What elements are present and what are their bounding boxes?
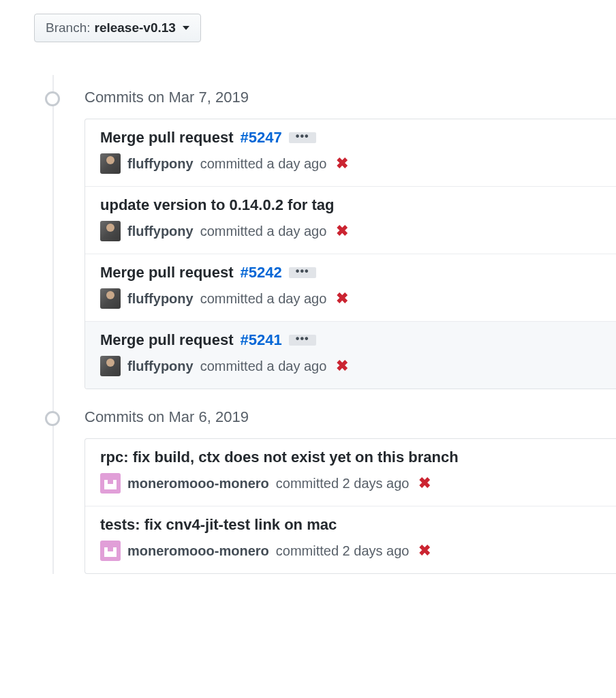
commit-group-header: Commits on Mar 7, 2019 [84,89,616,106]
commit-title[interactable]: Merge pull request #5247••• [100,129,601,147]
author-link[interactable]: fluffypony [127,156,194,172]
branch-name: release-v0.13 [94,20,175,35]
status-fail-icon[interactable]: ✖ [418,542,431,560]
commit-meta: moneromooo-monerocommitted 2 days ago✖ [100,541,601,561]
status-fail-icon[interactable]: ✖ [336,290,348,307]
commit-meta: fluffyponycommitted a day ago✖ [100,288,601,309]
commit-item[interactable]: tests: fix cnv4-jit-test link on macmone… [85,506,616,573]
commit-time: committed 2 days ago [276,476,410,491]
status-fail-icon[interactable]: ✖ [336,155,348,172]
author-link[interactable]: fluffypony [127,224,194,239]
commit-title-prefix: Merge pull request [100,264,234,282]
commit-time: committed a day ago [200,359,327,374]
status-fail-icon[interactable]: ✖ [336,222,348,240]
avatar[interactable] [100,153,121,174]
commit-item[interactable]: Merge pull request #5247•••fluffyponycom… [85,119,616,186]
commit-meta: fluffyponycommitted a day ago✖ [100,153,601,174]
commit-timeline: Commits on Mar 7, 2019Merge pull request… [34,89,616,574]
author-link[interactable]: moneromooo-monero [127,543,269,559]
commit-title[interactable]: tests: fix cnv4-jit-test link on mac [100,516,601,534]
commit-item[interactable]: Merge pull request #5241•••fluffyponycom… [85,321,616,389]
commit-group-header: Commits on Mar 6, 2019 [84,408,616,426]
commit-meta: fluffyponycommitted a day ago✖ [100,221,601,241]
avatar[interactable] [100,356,121,376]
status-fail-icon[interactable]: ✖ [336,357,348,375]
pr-link[interactable]: #5247 [241,129,282,147]
commit-item[interactable]: rpc: fix build, ctx does not exist yet o… [85,439,616,506]
avatar[interactable] [100,473,121,494]
author-link[interactable]: fluffypony [127,291,194,307]
pr-link[interactable]: #5241 [241,331,282,349]
commit-title-text: tests: fix cnv4-jit-test link on mac [100,516,337,534]
author-link[interactable]: moneromooo-monero [127,476,269,491]
commit-time: committed a day ago [200,291,327,307]
commit-meta: moneromooo-monerocommitted 2 days ago✖ [100,473,601,494]
expand-message-button[interactable]: ••• [289,267,316,278]
commit-time: committed a day ago [200,224,327,239]
branch-prefix: Branch: [46,20,90,35]
commit-meta: fluffyponycommitted a day ago✖ [100,356,601,376]
commit-title-text: update version to 0.14.0.2 for tag [100,196,335,214]
avatar[interactable] [100,541,121,561]
commit-title-prefix: Merge pull request [100,331,234,349]
pr-link[interactable]: #5242 [241,264,282,282]
commit-list: Merge pull request #5247•••fluffyponycom… [84,119,616,389]
commit-title-text: rpc: fix build, ctx does not exist yet o… [100,449,459,466]
commit-title[interactable]: Merge pull request #5242••• [100,264,601,282]
branch-selector[interactable]: Branch: release-v0.13 [34,14,201,42]
commit-title[interactable]: update version to 0.14.0.2 for tag [100,196,601,214]
avatar[interactable] [100,288,121,309]
commit-item[interactable]: Merge pull request #5242•••fluffyponycom… [85,254,616,321]
avatar[interactable] [100,221,121,241]
commit-title[interactable]: rpc: fix build, ctx does not exist yet o… [100,449,601,466]
commit-title-prefix: Merge pull request [100,129,234,147]
status-fail-icon[interactable]: ✖ [418,474,431,492]
commit-list: rpc: fix build, ctx does not exist yet o… [84,438,616,574]
expand-message-button[interactable]: ••• [289,335,316,346]
commit-time: committed 2 days ago [276,543,410,559]
author-link[interactable]: fluffypony [127,359,194,374]
chevron-down-icon [183,26,189,30]
commit-time: committed a day ago [200,156,327,172]
commit-item[interactable]: update version to 0.14.0.2 for tagfluffy… [85,186,616,254]
commit-title[interactable]: Merge pull request #5241••• [100,331,601,349]
expand-message-button[interactable]: ••• [289,132,316,143]
